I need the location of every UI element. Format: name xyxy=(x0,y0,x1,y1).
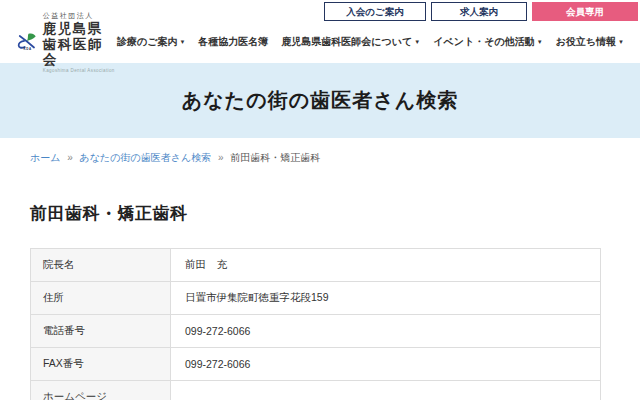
hero-banner: あなたの街の歯医者さん検索 xyxy=(0,63,640,138)
members-only-button[interactable]: 会員専用 xyxy=(532,2,638,21)
logo-org-name: 鹿児島県歯科医師会 xyxy=(43,21,117,68)
main-nav: 診療のご案内▼ 各種協力医名簿 鹿児島県歯科医師会について▼ イベント・その他活… xyxy=(117,35,624,49)
chevron-down-icon: ▼ xyxy=(414,39,420,45)
row-value: 099-272-6066 xyxy=(171,315,601,348)
table-row-fax: FAX番号 099-272-6066 xyxy=(31,348,601,381)
table-row-director: 院長名 前田 充 xyxy=(31,249,601,282)
breadcrumb-home-link[interactable]: ホーム xyxy=(30,152,60,163)
nav-item-cooperating-doctors-list[interactable]: 各種協力医名簿 xyxy=(198,35,268,49)
chevron-down-icon: ▼ xyxy=(179,39,185,45)
breadcrumb-dentist-search-link[interactable]: あなたの街の歯医者さん検索 xyxy=(80,152,212,163)
page-title: 前田歯科・矯正歯科 xyxy=(30,202,610,225)
row-value: 前田 充 xyxy=(171,249,601,282)
breadcrumb: ホーム » あなたの街の歯医者さん検索 » 前田歯科・矯正歯科 xyxy=(30,151,610,165)
nav-item-label: お役立ち情報 xyxy=(556,36,616,47)
chevron-down-icon: ▼ xyxy=(537,39,543,45)
breadcrumb-separator: » xyxy=(218,152,224,163)
table-row-phone: 電話番号 099-272-6066 xyxy=(31,315,601,348)
clinic-details-table: 院長名 前田 充 住所 日置市伊集院町徳重字花段159 電話番号 099-272… xyxy=(30,248,601,400)
nav-item-clinic-guide[interactable]: 診療のご案内▼ xyxy=(117,35,185,49)
nav-item-label: 各種協力医名簿 xyxy=(198,36,268,47)
logo-org-name-en: Kagoshima Dental Association xyxy=(43,68,117,73)
nav-item-useful-info[interactable]: お役立ち情報▼ xyxy=(556,35,624,49)
table-row-homepage: ホームページ xyxy=(31,381,601,400)
nav-item-about-association[interactable]: 鹿児島県歯科医師会について▼ xyxy=(281,35,420,49)
row-value xyxy=(171,381,601,400)
logo-org-type: 公益社団法人 xyxy=(43,11,117,21)
join-guide-button[interactable]: 入会のご案内 xyxy=(324,2,426,21)
nav-item-label: イベント・その他活動 xyxy=(433,36,534,47)
breadcrumb-separator: » xyxy=(67,152,73,163)
table-row-address: 住所 日置市伊集院町徳重字花段159 xyxy=(31,282,601,315)
row-value: 日置市伊集院町徳重字花段159 xyxy=(171,282,601,315)
row-label: ホームページ xyxy=(31,381,171,400)
row-label: 電話番号 xyxy=(31,315,171,348)
logo[interactable]: KDA 公益社団法人 鹿児島県歯科医師会 Kagoshima Dental As… xyxy=(17,11,117,73)
hero-title: あなたの街の歯医者さん検索 xyxy=(182,87,458,114)
logo-text: 公益社団法人 鹿児島県歯科医師会 Kagoshima Dental Associ… xyxy=(43,11,117,73)
row-label: 院長名 xyxy=(31,249,171,282)
row-label: 住所 xyxy=(31,282,171,315)
header: KDA 公益社団法人 鹿児島県歯科医師会 Kagoshima Dental As… xyxy=(0,21,640,63)
nav-item-label: 診療のご案内 xyxy=(117,36,177,47)
nav-item-label: 鹿児島県歯科医師会について xyxy=(281,36,412,47)
page: 入会のご案内 求人案内 会員専用 KDA 公益社団法人 鹿児島県歯科医師会 Ka… xyxy=(0,0,640,400)
logo-mark-text: KDA xyxy=(24,48,32,52)
breadcrumb-current-page: 前田歯科・矯正歯科 xyxy=(230,152,320,163)
row-label: FAX番号 xyxy=(31,348,171,381)
kda-logo-icon: KDA xyxy=(17,26,37,58)
job-listings-button[interactable]: 求人案内 xyxy=(431,2,527,21)
nav-item-events-activities[interactable]: イベント・その他活動▼ xyxy=(433,35,542,49)
row-value: 099-272-6066 xyxy=(171,348,601,381)
chevron-down-icon: ▼ xyxy=(618,39,624,45)
